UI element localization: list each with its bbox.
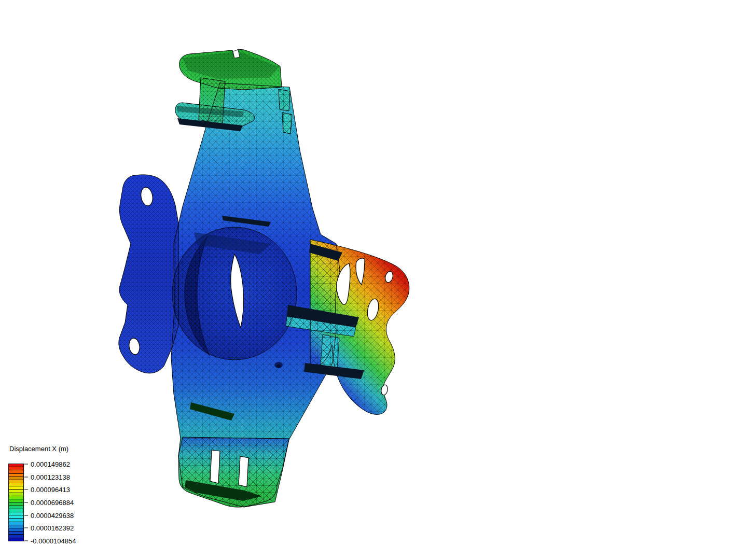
- legend: Displacement X (m) 0.0001498620.00012313…: [8, 445, 68, 541]
- tick-label: 0.0000696884: [31, 499, 74, 507]
- legend-tick: 0.0000429638: [24, 511, 74, 519]
- legend-tick: 0.000149862: [24, 460, 70, 468]
- mesh-step-tab-1: [279, 89, 290, 111]
- counterbore-spot-core: [276, 365, 281, 368]
- foot-slot-1: [210, 450, 220, 483]
- legend-tick: 0.0000696884: [24, 499, 74, 507]
- legend-tick: -0.0000104854: [24, 537, 76, 545]
- mesh-shelf-face-lower: [321, 334, 339, 369]
- legend-tick: 0.000123138: [24, 473, 70, 481]
- fea-postprocessor-stage: Displacement X (m) 0.0001498620.00012313…: [0, 0, 747, 560]
- legend-scale: 0.0001498620.0001231380.0000964130.00006…: [8, 464, 68, 541]
- tick-mark: [24, 541, 28, 541]
- tick-label: 0.0000162392: [31, 524, 74, 532]
- viewport-3d[interactable]: [0, 0, 747, 560]
- legend-tick: 0.0000162392: [24, 524, 74, 532]
- mesh-step-tab-2: [282, 113, 292, 134]
- tick-mark: [24, 528, 28, 528]
- foot-slot-2: [239, 456, 248, 487]
- tick-label: 0.000123138: [31, 473, 70, 481]
- tick-mark: [24, 502, 28, 503]
- tick-mark: [24, 464, 28, 465]
- tick-mark: [24, 515, 28, 515]
- legend-ticks: 0.0001498620.0001231380.0000964130.00006…: [24, 464, 97, 541]
- mesh-overlay: [119, 49, 409, 507]
- tick-label: 0.0000429638: [31, 511, 74, 519]
- tick-mark: [24, 489, 28, 490]
- tick-mark: [24, 477, 28, 477]
- legend-colorbar: [8, 464, 24, 541]
- legend-title: Displacement X (m): [9, 445, 68, 453]
- colorbar-segment: [9, 538, 23, 541]
- legend-tick: 0.000096413: [24, 486, 70, 494]
- tick-label: -0.0000104854: [31, 537, 76, 545]
- tick-label: 0.000096413: [31, 486, 70, 494]
- tick-label: 0.000149862: [31, 460, 70, 468]
